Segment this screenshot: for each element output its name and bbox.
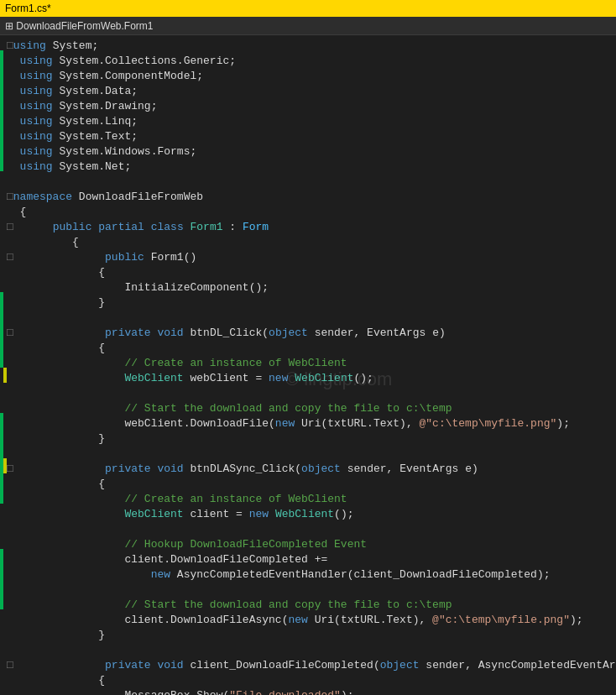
yellow-indicator-2: [3, 458, 7, 473]
code-area: © lingtip.com □using System; using Syste…: [0, 35, 616, 695]
code-block: □using System; using System.Collections.…: [7, 39, 609, 695]
green-indicator-4: [0, 549, 3, 609]
green-indicator-1: [0, 50, 3, 171]
code-content[interactable]: © lingtip.com □using System; using Syste…: [0, 35, 616, 695]
breadcrumb-label: ⊞ DownloadFileFromWeb.Form1: [5, 20, 154, 32]
breadcrumb-bar: ⊞ DownloadFileFromWeb.Form1: [0, 17, 616, 35]
title-bar: Form1.cs*: [0, 0, 616, 17]
title-label: Form1.cs*: [5, 3, 51, 14]
yellow-indicator-1: [3, 368, 7, 383]
green-indicator-2: [0, 292, 3, 368]
